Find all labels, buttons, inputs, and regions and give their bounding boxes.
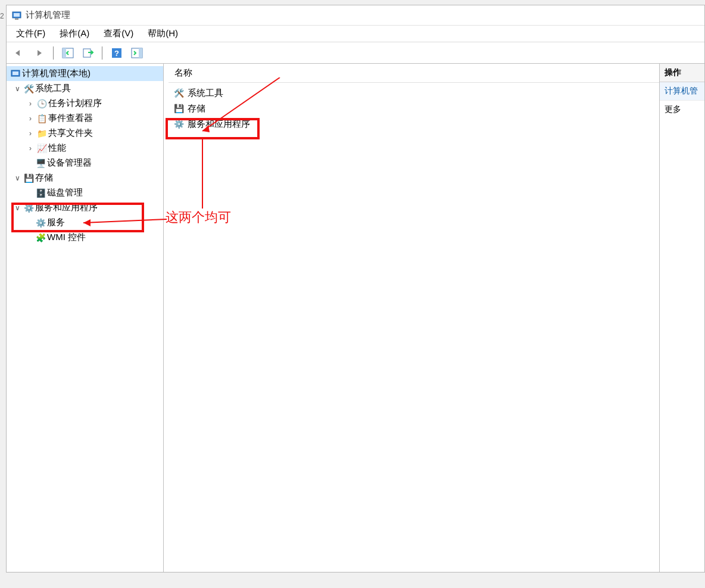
tree-label: 计算机管理(本地) xyxy=(22,68,91,79)
list-item-storage[interactable]: 💾 存储 xyxy=(169,101,659,116)
window-title: 计算机管理 xyxy=(26,10,70,21)
tree-root[interactable]: 计算机管理(本地) xyxy=(7,66,163,81)
chevron-down-icon[interactable]: ∨ xyxy=(13,174,22,182)
app-window: 计算机管理 文件(F) 操作(A) 查看(V) 帮助(H) ? xyxy=(6,5,705,573)
menubar: 文件(F) 操作(A) 查看(V) 帮助(H) xyxy=(7,26,704,42)
actions-context[interactable]: 计算机管 xyxy=(660,82,704,101)
menu-action[interactable]: 操作(A) xyxy=(54,26,95,41)
svg-rect-1 xyxy=(14,13,20,17)
tree-shared-folders[interactable]: › 📁 共享文件夹 xyxy=(7,126,163,141)
tree-label: 磁盘管理 xyxy=(47,187,83,198)
chevron-down-icon[interactable]: ∨ xyxy=(13,85,22,93)
chevron-right-icon[interactable]: › xyxy=(26,99,35,108)
menu-view[interactable]: 查看(V) xyxy=(98,26,139,41)
list-item-services-apps[interactable]: ⚙️ 服务和应用程序 xyxy=(169,116,659,132)
chevron-right-icon[interactable]: › xyxy=(26,144,35,153)
tree-label: 共享文件夹 xyxy=(48,127,93,139)
svg-rect-9 xyxy=(139,48,142,58)
tree-label: WMI 控件 xyxy=(47,232,86,243)
actions-panel: 操作 计算机管 更多 xyxy=(660,64,704,572)
tree-wmi-control[interactable]: 🧩 WMI 控件 xyxy=(7,230,163,245)
services-apps-icon: ⚙️ xyxy=(23,203,34,213)
tree-services-apps[interactable]: ∨ ⚙️ 服务和应用程序 xyxy=(7,200,163,215)
storage-icon: 💾 xyxy=(23,173,34,183)
performance-icon: 📈 xyxy=(36,143,47,154)
titlebar[interactable]: 计算机管理 xyxy=(7,5,704,26)
content-area: 计算机管理(本地) ∨ 🛠️ 系统工具 › 🕒 任务计划程序 › 📋 事件查看器 xyxy=(7,64,704,572)
list-item-label: 服务和应用程序 xyxy=(188,119,250,130)
chevron-down-icon[interactable]: ∨ xyxy=(13,204,22,212)
chevron-right-icon[interactable]: › xyxy=(26,129,35,138)
device-manager-icon: 🖥️ xyxy=(35,158,46,169)
wmi-icon: 🧩 xyxy=(35,232,46,243)
tree-label: 性能 xyxy=(48,142,66,154)
tools-icon: 🛠️ xyxy=(173,88,184,98)
list-body: 🛠️ 系统工具 💾 存储 ⚙️ 服务和应用程序 xyxy=(169,83,659,134)
computer-management-icon xyxy=(11,10,22,21)
services-apps-icon: ⚙️ xyxy=(173,119,184,129)
tree-label: 存储 xyxy=(35,172,53,183)
computer-management-icon xyxy=(10,69,21,79)
tree-device-manager[interactable]: 🖥️ 设备管理器 xyxy=(7,155,163,170)
tree-event-viewer[interactable]: › 📋 事件查看器 xyxy=(7,111,163,126)
help-button[interactable]: ? xyxy=(108,45,126,61)
shared-folder-icon: 📁 xyxy=(36,128,47,139)
tree-system-tools[interactable]: ∨ 🛠️ 系统工具 xyxy=(7,81,163,96)
event-log-icon: 📋 xyxy=(36,113,47,124)
chevron-right-icon[interactable]: › xyxy=(26,114,35,123)
toolbar-separator xyxy=(53,46,54,60)
disk-icon: 🗄️ xyxy=(35,188,46,198)
forward-button[interactable] xyxy=(30,45,48,61)
tree-label: 任务计划程序 xyxy=(48,98,102,109)
tree-storage[interactable]: ∨ 💾 存储 xyxy=(7,170,163,185)
toolbar-separator xyxy=(102,46,103,60)
clock-icon: 🕒 xyxy=(36,98,47,109)
list-header-name[interactable]: 名称 xyxy=(169,64,659,83)
tree-task-scheduler[interactable]: › 🕒 任务计划程序 xyxy=(7,96,163,111)
menu-help[interactable]: 帮助(H) xyxy=(142,26,184,41)
show-action-pane-button[interactable] xyxy=(128,45,146,61)
actions-header: 操作 xyxy=(660,64,704,82)
storage-icon: 💾 xyxy=(173,103,184,114)
list-item-label: 系统工具 xyxy=(188,88,223,99)
show-hide-tree-button[interactable] xyxy=(59,45,77,61)
list-panel: 名称 🛠️ 系统工具 💾 存储 ⚙️ 服务和应用程序 xyxy=(169,64,660,572)
tree-label: 服务和应用程序 xyxy=(35,202,98,213)
list-item-system-tools[interactable]: 🛠️ 系统工具 xyxy=(169,85,659,101)
tools-icon: 🛠️ xyxy=(23,83,34,94)
toolbar: ? xyxy=(7,42,704,64)
export-button[interactable] xyxy=(79,45,97,61)
tree-disk-management[interactable]: 🗄️ 磁盘管理 xyxy=(7,185,163,200)
back-button[interactable] xyxy=(10,45,28,61)
tree-panel[interactable]: 计算机管理(本地) ∨ 🛠️ 系统工具 › 🕒 任务计划程序 › 📋 事件查看器 xyxy=(7,64,164,572)
tree-services[interactable]: ⚙️ 服务 xyxy=(7,215,163,230)
svg-text:?: ? xyxy=(114,49,119,58)
svg-rect-11 xyxy=(13,71,18,75)
svg-rect-4 xyxy=(63,48,66,58)
actions-more[interactable]: 更多 xyxy=(660,101,704,119)
left-gutter: 2 xyxy=(0,0,6,572)
tree-label: 事件查看器 xyxy=(48,113,93,124)
gear-icon: ⚙️ xyxy=(35,217,46,228)
tree-label: 服务 xyxy=(47,217,65,228)
list-item-label: 存储 xyxy=(188,103,205,114)
menu-file[interactable]: 文件(F) xyxy=(10,26,51,41)
tree-performance[interactable]: › 📈 性能 xyxy=(7,141,163,155)
tree-label: 系统工具 xyxy=(35,83,71,94)
tree-label: 设备管理器 xyxy=(47,157,92,169)
svg-rect-2 xyxy=(15,18,18,20)
